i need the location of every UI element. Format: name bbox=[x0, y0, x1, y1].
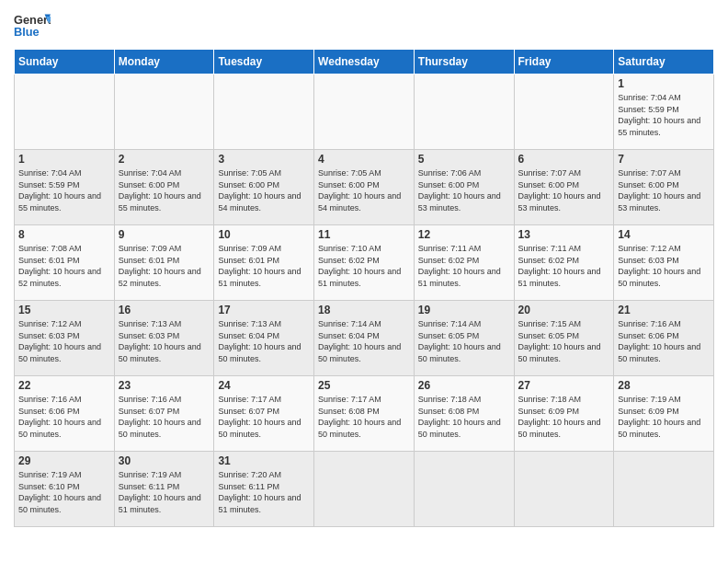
calendar-week-row: 1Sunrise: 7:04 AMSunset: 5:59 PMDaylight… bbox=[15, 150, 714, 225]
calendar-cell: 11Sunrise: 7:10 AMSunset: 6:02 PMDayligh… bbox=[314, 225, 415, 301]
calendar-cell: 22Sunrise: 7:16 AMSunset: 6:06 PMDayligh… bbox=[15, 376, 115, 452]
calendar-cell: 7Sunrise: 7:07 AMSunset: 6:00 PMDaylight… bbox=[614, 150, 714, 225]
calendar-cell: 30Sunrise: 7:19 AMSunset: 6:11 PMDayligh… bbox=[114, 452, 214, 527]
day-number: 25 bbox=[318, 379, 410, 392]
calendar-cell: 10Sunrise: 7:09 AMSunset: 6:01 PMDayligh… bbox=[214, 225, 314, 301]
calendar-week-row: 15Sunrise: 7:12 AMSunset: 6:03 PMDayligh… bbox=[15, 301, 714, 376]
day-number: 16 bbox=[119, 304, 210, 316]
cell-info: Sunrise: 7:05 AMSunset: 6:00 PMDaylight:… bbox=[218, 167, 310, 213]
cell-info: Sunrise: 7:09 AMSunset: 6:01 PMDaylight:… bbox=[119, 243, 210, 289]
calendar-cell: 14Sunrise: 7:12 AMSunset: 6:03 PMDayligh… bbox=[614, 225, 714, 301]
calendar-cell bbox=[15, 75, 115, 150]
cell-info: Sunrise: 7:09 AMSunset: 6:01 PMDaylight:… bbox=[218, 243, 310, 289]
day-number: 1 bbox=[18, 153, 110, 166]
day-number: 8 bbox=[18, 228, 110, 241]
calendar-cell: 6Sunrise: 7:07 AMSunset: 6:00 PMDaylight… bbox=[514, 150, 614, 225]
day-number: 19 bbox=[418, 304, 510, 316]
header-day: Monday bbox=[114, 50, 214, 75]
day-number: 24 bbox=[218, 379, 310, 392]
cell-info: Sunrise: 7:17 AMSunset: 6:08 PMDaylight:… bbox=[318, 394, 410, 440]
cell-info: Sunrise: 7:16 AMSunset: 6:06 PMDaylight:… bbox=[618, 318, 710, 364]
calendar-cell: 27Sunrise: 7:18 AMSunset: 6:09 PMDayligh… bbox=[514, 376, 614, 452]
cell-info: Sunrise: 7:04 AMSunset: 6:00 PMDaylight:… bbox=[119, 167, 210, 213]
svg-text:Blue: Blue bbox=[14, 25, 40, 39]
cell-info: Sunrise: 7:18 AMSunset: 6:08 PMDaylight:… bbox=[418, 394, 510, 440]
calendar-cell: 26Sunrise: 7:18 AMSunset: 6:08 PMDayligh… bbox=[414, 376, 514, 452]
day-number: 1 bbox=[618, 77, 710, 90]
cell-info: Sunrise: 7:04 AMSunset: 5:59 PMDaylight:… bbox=[618, 92, 710, 138]
calendar-cell: 25Sunrise: 7:17 AMSunset: 6:08 PMDayligh… bbox=[314, 376, 415, 452]
day-number: 29 bbox=[18, 454, 110, 467]
header-day: Saturday bbox=[614, 50, 714, 75]
calendar-cell: 12Sunrise: 7:11 AMSunset: 6:02 PMDayligh… bbox=[414, 225, 514, 301]
day-number: 28 bbox=[618, 379, 710, 392]
cell-info: Sunrise: 7:08 AMSunset: 6:01 PMDaylight:… bbox=[18, 243, 110, 289]
logo-icon: General Blue bbox=[14, 9, 51, 41]
calendar-cell: 31Sunrise: 7:20 AMSunset: 6:11 PMDayligh… bbox=[214, 452, 314, 527]
day-number: 4 bbox=[318, 153, 410, 166]
calendar-cell: 20Sunrise: 7:15 AMSunset: 6:05 PMDayligh… bbox=[514, 301, 614, 376]
calendar-cell: 3Sunrise: 7:05 AMSunset: 6:00 PMDaylight… bbox=[214, 150, 314, 225]
day-number: 17 bbox=[218, 304, 310, 316]
calendar-cell: 21Sunrise: 7:16 AMSunset: 6:06 PMDayligh… bbox=[614, 301, 714, 376]
cell-info: Sunrise: 7:18 AMSunset: 6:09 PMDaylight:… bbox=[518, 394, 610, 440]
cell-info: Sunrise: 7:05 AMSunset: 6:00 PMDaylight:… bbox=[318, 167, 410, 213]
day-number: 9 bbox=[119, 228, 210, 241]
calendar-cell: 19Sunrise: 7:14 AMSunset: 6:05 PMDayligh… bbox=[414, 301, 514, 376]
cell-info: Sunrise: 7:19 AMSunset: 6:11 PMDaylight:… bbox=[119, 469, 210, 515]
calendar-cell bbox=[314, 75, 415, 150]
calendar-cell bbox=[314, 452, 415, 527]
cell-info: Sunrise: 7:16 AMSunset: 6:06 PMDaylight:… bbox=[18, 394, 110, 440]
day-number: 23 bbox=[119, 379, 210, 392]
cell-info: Sunrise: 7:14 AMSunset: 6:05 PMDaylight:… bbox=[418, 318, 510, 364]
calendar-cell: 29Sunrise: 7:19 AMSunset: 6:10 PMDayligh… bbox=[15, 452, 115, 527]
header: General Blue bbox=[14, 9, 714, 41]
calendar-cell: 28Sunrise: 7:19 AMSunset: 6:09 PMDayligh… bbox=[614, 376, 714, 452]
calendar-week-row: 1Sunrise: 7:04 AMSunset: 5:59 PMDaylight… bbox=[15, 75, 714, 150]
cell-info: Sunrise: 7:20 AMSunset: 6:11 PMDaylight:… bbox=[218, 469, 310, 515]
calendar-cell: 17Sunrise: 7:13 AMSunset: 6:04 PMDayligh… bbox=[214, 301, 314, 376]
day-number: 13 bbox=[518, 228, 610, 241]
calendar-cell: 8Sunrise: 7:08 AMSunset: 6:01 PMDaylight… bbox=[15, 225, 115, 301]
calendar-cell: 1Sunrise: 7:04 AMSunset: 5:59 PMDaylight… bbox=[15, 150, 115, 225]
calendar-cell: 23Sunrise: 7:16 AMSunset: 6:07 PMDayligh… bbox=[114, 376, 214, 452]
calendar-cell: 2Sunrise: 7:04 AMSunset: 6:00 PMDaylight… bbox=[114, 150, 214, 225]
day-number: 11 bbox=[318, 228, 410, 241]
cell-info: Sunrise: 7:04 AMSunset: 5:59 PMDaylight:… bbox=[18, 167, 110, 213]
day-number: 6 bbox=[518, 153, 610, 166]
cell-info: Sunrise: 7:06 AMSunset: 6:00 PMDaylight:… bbox=[418, 167, 510, 213]
day-number: 31 bbox=[218, 454, 310, 467]
day-number: 22 bbox=[18, 379, 110, 392]
day-number: 21 bbox=[618, 304, 710, 316]
calendar-table: SundayMondayTuesdayWednesdayThursdayFrid… bbox=[14, 49, 714, 527]
cell-info: Sunrise: 7:11 AMSunset: 6:02 PMDaylight:… bbox=[518, 243, 610, 289]
page-container: General Blue SundayMondayTuesdayWednesda… bbox=[0, 0, 728, 536]
cell-info: Sunrise: 7:12 AMSunset: 6:03 PMDaylight:… bbox=[618, 243, 710, 289]
cell-info: Sunrise: 7:11 AMSunset: 6:02 PMDaylight:… bbox=[418, 243, 510, 289]
header-day: Wednesday bbox=[314, 50, 415, 75]
cell-info: Sunrise: 7:07 AMSunset: 6:00 PMDaylight:… bbox=[518, 167, 610, 213]
cell-info: Sunrise: 7:10 AMSunset: 6:02 PMDaylight:… bbox=[318, 243, 410, 289]
calendar-cell bbox=[514, 452, 614, 527]
header-day: Thursday bbox=[414, 50, 514, 75]
day-number: 26 bbox=[418, 379, 510, 392]
day-number: 30 bbox=[119, 454, 210, 467]
calendar-cell: 13Sunrise: 7:11 AMSunset: 6:02 PMDayligh… bbox=[514, 225, 614, 301]
logo: General Blue bbox=[14, 9, 51, 41]
calendar-week-row: 8Sunrise: 7:08 AMSunset: 6:01 PMDaylight… bbox=[15, 225, 714, 301]
calendar-cell: 5Sunrise: 7:06 AMSunset: 6:00 PMDaylight… bbox=[414, 150, 514, 225]
calendar-week-row: 22Sunrise: 7:16 AMSunset: 6:06 PMDayligh… bbox=[15, 376, 714, 452]
day-number: 15 bbox=[18, 304, 110, 316]
day-number: 20 bbox=[518, 304, 610, 316]
calendar-cell: 1Sunrise: 7:04 AMSunset: 5:59 PMDaylight… bbox=[614, 75, 714, 150]
cell-info: Sunrise: 7:14 AMSunset: 6:04 PMDaylight:… bbox=[318, 318, 410, 364]
day-number: 5 bbox=[418, 153, 510, 166]
header-day: Friday bbox=[514, 50, 614, 75]
cell-info: Sunrise: 7:15 AMSunset: 6:05 PMDaylight:… bbox=[518, 318, 610, 364]
calendar-cell bbox=[214, 75, 314, 150]
cell-info: Sunrise: 7:19 AMSunset: 6:10 PMDaylight:… bbox=[18, 469, 110, 515]
calendar-cell: 24Sunrise: 7:17 AMSunset: 6:07 PMDayligh… bbox=[214, 376, 314, 452]
cell-info: Sunrise: 7:12 AMSunset: 6:03 PMDaylight:… bbox=[18, 318, 110, 364]
day-number: 10 bbox=[218, 228, 310, 241]
cell-info: Sunrise: 7:13 AMSunset: 6:03 PMDaylight:… bbox=[119, 318, 210, 364]
